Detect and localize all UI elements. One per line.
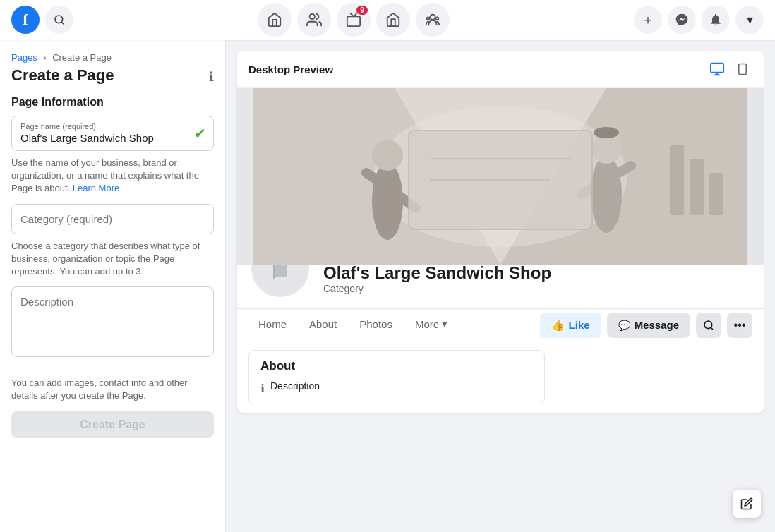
preview-toggle (707, 59, 752, 79)
friends-nav-button[interactable] (297, 3, 331, 37)
svg-rect-29 (670, 145, 684, 215)
preview-area: Desktop Preview (226, 40, 775, 532)
section-title: Page Information (11, 96, 214, 109)
footer-note: You can add images, contact info and oth… (11, 365, 214, 402)
profile-category: Category (323, 283, 551, 294)
groups-nav-button[interactable] (416, 3, 450, 37)
home-nav-button[interactable] (258, 3, 292, 37)
desktop-toggle[interactable] (707, 59, 727, 79)
about-card: About ℹ Description (248, 350, 545, 404)
page-name-check-icon: ✔ (194, 125, 206, 142)
category-help: Choose a category that describes what ty… (11, 240, 214, 279)
message-button[interactable]: 💬 Message (607, 313, 690, 338)
svg-point-7 (436, 17, 439, 20)
search-page-button[interactable] (696, 313, 721, 338)
main-layout: Pages › Create a Page Create a Page ℹ Pa… (0, 40, 775, 532)
preview-card: Desktop Preview (237, 51, 764, 413)
nav-about[interactable]: About (299, 310, 347, 341)
left-sidebar: Pages › Create a Page Create a Page ℹ Pa… (0, 40, 226, 532)
about-title: About (260, 359, 533, 373)
watch-badge: 9 (356, 6, 368, 15)
page-nav: Home About Photos More ▾ 👍 Like 💬 Messag… (237, 309, 764, 341)
nav-more[interactable]: More ▾ (405, 309, 457, 341)
marketplace-nav-button[interactable] (376, 3, 410, 37)
messenger-icon: 💬 (618, 320, 630, 331)
profile-name: Olaf's Large Sandwich Shop (323, 263, 551, 283)
svg-point-2 (310, 14, 315, 19)
page-name-field[interactable]: Page name (required) ✔ (11, 116, 214, 151)
svg-point-36 (704, 321, 712, 329)
page-name-input[interactable] (20, 132, 205, 144)
info-icon[interactable]: ℹ (209, 69, 214, 85)
more-options-button[interactable]: ••• (727, 313, 752, 338)
chevron-down-icon: ▾ (442, 318, 447, 330)
svg-point-6 (427, 17, 430, 20)
page-name-help: Use the name of your business, brand or … (11, 157, 214, 195)
edit-fab-button[interactable] (733, 490, 761, 518)
category-input[interactable] (11, 204, 214, 234)
about-section: About ℹ Description (237, 341, 764, 413)
profile-info: Olaf's Large Sandwich Shop Category (323, 263, 551, 300)
svg-line-37 (711, 327, 713, 330)
notifications-button[interactable] (702, 6, 730, 34)
preview-header: Desktop Preview (237, 51, 764, 88)
svg-rect-3 (347, 16, 360, 26)
top-nav: f 9 (0, 0, 775, 40)
nav-photos[interactable]: Photos (349, 310, 402, 341)
like-icon: 👍 (551, 319, 565, 332)
breadcrumb: Pages › Create a Page (11, 51, 214, 64)
like-button[interactable]: 👍 Like (540, 313, 601, 338)
account-menu-button[interactable]: ▾ (735, 6, 764, 34)
breadcrumb-pages: Pages (11, 52, 37, 63)
page-name-label: Page name (required) (20, 122, 205, 131)
svg-rect-30 (690, 159, 704, 215)
create-page-button[interactable]: Create Page (11, 411, 214, 438)
svg-rect-31 (709, 173, 723, 215)
about-description-label: Description (270, 380, 320, 392)
about-desc-row: ℹ Description (260, 380, 533, 395)
preview-title: Desktop Preview (248, 64, 333, 75)
nav-home[interactable]: Home (248, 310, 296, 341)
nav-right: ＋ ▾ (634, 6, 764, 34)
page-title: Create a Page (11, 66, 114, 85)
svg-line-1 (61, 22, 64, 24)
info-circle-icon: ℹ (260, 382, 265, 395)
mobile-toggle[interactable] (733, 59, 752, 79)
facebook-logo: f (11, 6, 40, 34)
watch-nav-button[interactable]: 9 (337, 3, 371, 37)
search-button[interactable] (45, 6, 73, 34)
svg-point-18 (372, 140, 403, 171)
page-nav-actions: 👍 Like 💬 Message ••• (540, 313, 752, 338)
svg-point-21 (591, 155, 622, 233)
create-button[interactable]: ＋ (634, 6, 662, 34)
breadcrumb-current: Create a Page (52, 52, 112, 63)
breadcrumb-separator: › (43, 52, 46, 63)
nav-left: f (11, 6, 73, 34)
nav-center: 9 (73, 3, 634, 37)
svg-point-5 (430, 15, 435, 20)
svg-point-23 (594, 127, 619, 138)
description-textarea[interactable] (11, 286, 214, 357)
svg-rect-4 (391, 19, 395, 26)
learn-more-link[interactable]: Learn More (73, 183, 119, 193)
svg-rect-8 (711, 64, 723, 73)
messenger-button[interactable] (668, 6, 696, 34)
cover-photo (237, 88, 764, 265)
